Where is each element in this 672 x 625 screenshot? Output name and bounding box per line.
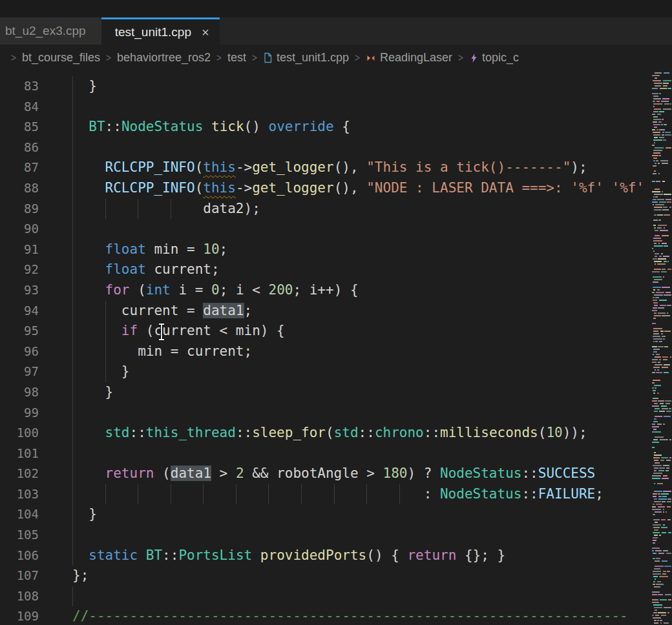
code-line[interactable]: 96 min = current; [0,342,651,362]
breadcrumb-label: bt_course_files [22,51,100,65]
code-line[interactable]: 99 [0,403,651,424]
line-number[interactable]: 99 [0,403,39,424]
code-line[interactable]: 94 current = data1; [0,301,651,322]
code-line[interactable]: 85 BT::NodeStatus tick() override { [0,117,651,138]
code-line[interactable]: 103 : NodeStatus::FAILURE; [0,484,651,505]
breadcrumb-label: test_unit1.cpp [277,51,349,65]
code-text: return (data1 > 2 && robotAngle > 180) ?… [72,464,595,484]
indent-guide [72,484,73,505]
line-number[interactable]: 83 [0,76,39,97]
indent-guide [72,342,73,362]
code-editor[interactable]: 83 }8485 BT::NodeStatus tick() override … [0,71,651,625]
line-number[interactable]: 96 [0,342,39,362]
indent-guide [138,484,138,505]
indent-guide [72,586,73,607]
line-number[interactable]: 109 [0,606,39,625]
breadcrumb-item-bt-course-files[interactable]: bt_course_files [22,51,100,65]
line-number[interactable]: 103 [0,484,39,505]
tab-bar: bt_u2_ex3.cpp test_unit1.cpp × [0,17,672,45]
code-text: float min = 10; [72,240,227,260]
code-line[interactable]: 107}; [0,566,651,586]
line-number[interactable]: 92 [0,260,39,280]
line-number[interactable]: 105 [0,525,39,546]
indent-guide [72,403,73,424]
chevron-right-icon: > [216,52,222,65]
code-line[interactable]: 88 RCLCPP_INFO(this->get_logger(), "NODE… [0,178,651,199]
indent-guide [72,301,73,322]
code-line[interactable]: 97 } [0,362,651,382]
code-line[interactable]: 101 [0,444,651,464]
indent-guide [171,199,171,220]
breadcrumb-item-test[interactable]: test [227,51,246,65]
code-line[interactable]: 90 [0,219,651,240]
code-text: for (int i = 0; i < 200; i++) { [72,280,359,301]
code-line[interactable]: 102 return (data1 > 2 && robotAngle > 18… [0,464,651,484]
line-number[interactable]: 101 [0,444,39,464]
indent-guide [72,260,73,280]
line-number[interactable]: 93 [0,280,39,301]
code-line[interactable]: 84 [0,97,651,118]
line-number[interactable]: 100 [0,423,39,444]
code-line[interactable]: 93 for (int i = 0; i < 200; i++) { [0,280,651,301]
line-number[interactable]: 86 [0,138,39,158]
tab-test_unit1[interactable]: test_unit1.cpp × [101,17,220,45]
line-number[interactable]: 89 [0,199,39,220]
code-line[interactable]: 87 RCLCPP_INFO(this->get_logger(), "This… [0,158,651,178]
line-number[interactable]: 98 [0,382,39,403]
line-number[interactable]: 97 [0,362,39,382]
indent-guide [72,525,73,546]
line-number[interactable]: 106 [0,546,39,566]
indent-guide [72,382,73,403]
code-line[interactable]: 86 [0,138,651,158]
code-line[interactable]: 91 float min = 10; [0,240,651,260]
code-line[interactable]: 89 data2); [0,199,651,220]
tab-bt_u2_ex3[interactable]: bt_u2_ex3.cpp [0,17,101,45]
code-line[interactable]: 98 } [0,382,651,403]
warning-squiggle-token: this [203,159,236,175]
indent-guide [105,342,106,362]
code-line[interactable]: 100 std::this_thread::sleep_for(std::chr… [0,423,651,444]
code-line[interactable]: 109//-----------------------------------… [0,606,651,625]
code-text: data2); [72,199,260,220]
breadcrumb-label: ReadingLaser [380,51,452,65]
line-number[interactable]: 91 [0,240,39,260]
code-line[interactable]: 83 } [0,76,651,97]
code-line[interactable]: 108 [0,586,651,607]
ibeam-cursor [157,323,166,341]
line-number[interactable]: 104 [0,504,39,525]
chevron-right-icon: > [458,52,463,65]
code-line[interactable]: 106 static BT::PortsList providedPorts()… [0,546,651,566]
indent-guide [72,321,73,342]
line-number[interactable]: 88 [0,178,39,199]
line-number[interactable]: 90 [0,219,39,240]
line-number[interactable]: 102 [0,464,39,484]
chevron-right-icon: > [11,52,16,65]
code-line[interactable]: 104 } [0,504,651,525]
indent-guide [72,138,73,158]
breadcrumb-item-readinglaser[interactable]: ReadingLaser [366,51,452,65]
indent-guide [268,484,269,505]
code-text: //--------------------------------------… [72,606,628,625]
line-number[interactable]: 107 [0,566,39,586]
code-text: RCLCPP_INFO(this->get_logger(), "NODE : … [72,178,644,199]
close-icon[interactable]: × [202,26,209,39]
breadcrumb-item-topic-c[interactable]: topic_c [469,51,519,65]
code-text: static BT::PortsList providedPorts() { r… [72,546,505,566]
line-number[interactable]: 108 [0,586,39,607]
line-number[interactable]: 84 [0,97,39,118]
line-number[interactable]: 95 [0,321,39,342]
breadcrumb-item-behaviortree-ros2[interactable]: behaviortree_ros2 [117,51,211,65]
code-line[interactable]: 92 float current; [0,260,651,280]
indent-guide [138,199,138,220]
minimap[interactable] [651,71,672,625]
breadcrumb-label: test [227,51,246,65]
line-number[interactable]: 85 [0,117,39,138]
line-number[interactable]: 87 [0,158,39,178]
line-number[interactable]: 94 [0,301,39,322]
code-line[interactable]: 105 [0,525,651,546]
code-text: RCLCPP_INFO(this->get_logger(), "This is… [72,158,587,178]
indent-guide [72,219,73,240]
breadcrumb-item-test-unit1-cpp[interactable]: test_unit1.cpp [263,51,349,65]
code-text: } [72,382,113,403]
code-line[interactable]: 95 if (current < min) { [0,321,651,342]
